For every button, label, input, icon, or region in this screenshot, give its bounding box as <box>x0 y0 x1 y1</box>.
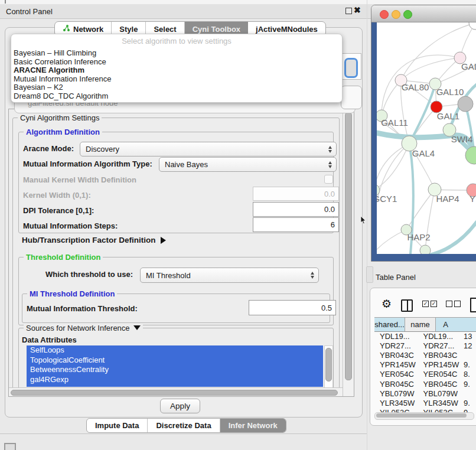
table-hscrollbar-thumb[interactable] <box>376 413 467 418</box>
tab-label: Style <box>119 25 138 34</box>
table-row[interactable]: YBR043CYBR043C <box>374 350 476 360</box>
attribute-item-partial[interactable] <box>27 384 323 387</box>
select-all-columns-icon[interactable]: ✓✓ <box>422 301 439 309</box>
mi-threshold-value: 0.5 <box>321 304 332 312</box>
tab-infer-network[interactable]: Infer Network <box>220 419 286 432</box>
network-edge[interactable] <box>377 144 409 190</box>
network-edge[interactable] <box>377 144 409 190</box>
kernel-width-field[interactable]: 0.0 <box>253 187 339 201</box>
attribute-item[interactable]: TopologicalCoefficient <box>27 356 323 366</box>
partially-hidden-combo[interactable] <box>341 86 362 109</box>
table-row[interactable]: YLR345WYLR345W9. <box>374 398 476 407</box>
cell-name: YDL19... <box>418 332 462 341</box>
tab-impute-data[interactable]: Impute Data <box>87 419 148 432</box>
hub-section-toggle[interactable]: Hub/Transcription Factor Definition <box>22 236 166 244</box>
gear-icon[interactable]: ⚙ <box>382 298 392 309</box>
table-row[interactable]: YIL053CYIL053C9 <box>374 408 476 412</box>
mi-threshold-label: Mutual Information Threshold: <box>27 304 138 313</box>
zoom-traffic-light-icon[interactable] <box>403 10 412 19</box>
settings-hscrollbar[interactable] <box>9 387 343 397</box>
cell-value: 9. <box>461 380 476 389</box>
threshold-definition-legend: Threshold Definition <box>24 253 103 262</box>
network-node[interactable] <box>458 96 473 112</box>
attribute-item[interactable]: BetweennessCentrality <box>27 365 323 375</box>
attribute-item[interactable]: gal4RGexp <box>27 375 323 385</box>
table-row[interactable]: YBR045CYBR045C9. <box>374 379 476 389</box>
which-threshold-combo[interactable]: MI Threshold <box>140 268 319 283</box>
attributes-scrollbar-thumb[interactable] <box>325 348 332 381</box>
attribute-item[interactable]: SelfLoops <box>27 345 323 356</box>
dropdown-item[interactable]: Dream8 DC_TDC Algorithm <box>14 92 340 101</box>
kernel-width-value: 0.0 <box>324 190 335 198</box>
table-row[interactable]: YPR145WYPR145W9. <box>374 360 476 370</box>
algorithm-definition-legend: Algorithm Definition <box>24 128 102 136</box>
mi-threshold-field[interactable]: 0.5 <box>249 300 336 315</box>
cell-shared-name: YDL19... <box>374 332 418 341</box>
network-edge[interactable] <box>423 222 476 254</box>
dropdown-placeholder: Select algorithm to view settings <box>11 37 342 45</box>
attributes-scrollbar[interactable] <box>324 345 333 388</box>
cell-name: YER054C <box>418 370 462 379</box>
table-row[interactable]: YER054CYER054C8. <box>374 370 476 379</box>
dropdown-item[interactable]: Mutual Information Inference <box>14 75 340 84</box>
network-canvas[interactable]: GALGAL80GAL10GAL1GAL11SWI4GAL4GCY1HAP4YH… <box>377 22 476 254</box>
cell-name: YBR045C <box>418 380 462 389</box>
dropdown-item[interactable]: Basic Correlation Inference <box>14 58 340 67</box>
table-row[interactable]: YDR27...YDR27...12 <box>374 341 476 350</box>
network-node[interactable] <box>420 245 431 254</box>
deselect-all-columns-icon[interactable] <box>446 301 462 309</box>
columns-icon[interactable] <box>401 299 413 312</box>
algorithm-dropdown[interactable]: Select algorithm to view settings Bayesi… <box>11 34 343 103</box>
network-edge[interactable] <box>377 230 406 254</box>
node-label-gal4: GAL4 <box>412 148 435 158</box>
table-hscrollbar[interactable] <box>374 412 474 420</box>
node-label-gal80: GAL80 <box>402 82 429 92</box>
aracne-mode-label: Aracne Mode: <box>23 144 74 153</box>
node-label-hap2: HAP2 <box>407 232 430 242</box>
column-header-2[interactable]: name <box>405 318 436 331</box>
mi-type-combo[interactable]: Naive Bayes <box>159 157 337 172</box>
dropdown-item[interactable]: Bayesian – K2 <box>14 83 340 92</box>
apply-button[interactable]: Apply <box>160 399 200 413</box>
mi-steps-field[interactable]: 6 <box>253 217 339 232</box>
table-row[interactable]: YBL079WYBL079W <box>374 389 476 398</box>
export-table-icon[interactable] <box>470 298 476 312</box>
mi-steps-value: 6 <box>331 220 335 229</box>
node-label-y: Y <box>470 194 475 204</box>
settings-vscrollbar[interactable] <box>343 109 354 396</box>
panel-title: Control Panel <box>6 7 53 16</box>
settings-hscrollbar-thumb[interactable] <box>11 390 338 396</box>
sources-legend[interactable]: Sources for Network Inference <box>24 324 143 332</box>
column-header-1[interactable]: shared... <box>374 318 405 331</box>
dpi-tolerance-field[interactable]: 0.0 <box>253 202 339 217</box>
dropdown-item[interactable]: ARACNE Algorithm <box>14 66 340 75</box>
manual-kernel-checkbox[interactable] <box>324 175 333 184</box>
aracne-mode-combo[interactable]: Discovery <box>80 142 337 156</box>
data-attributes-label: Data Attributes <box>22 335 77 344</box>
refresh-button-focused[interactable] <box>344 58 358 78</box>
node-label-gal1: GAL1 <box>437 111 459 121</box>
bottom-left-widget[interactable] <box>4 443 16 450</box>
cell-name: YIL053C <box>418 408 462 412</box>
stepper-icon <box>311 272 314 279</box>
cell-value: 8. <box>461 370 476 379</box>
data-attributes-list[interactable]: SelfLoopsTopologicalCoefficientBetweenne… <box>27 345 323 387</box>
float-window-icon[interactable] <box>345 8 352 14</box>
splitter-handle[interactable] <box>366 266 373 283</box>
tab-discretize-data[interactable]: Discretize Data <box>148 419 220 432</box>
network-window-titlebar[interactable] <box>371 5 476 22</box>
tab-label: Network <box>73 25 103 34</box>
network-edge[interactable] <box>406 190 435 230</box>
cell-name: YPR145W <box>418 360 462 369</box>
dropdown-item[interactable]: Bayesian – Hill Climbing <box>14 49 340 58</box>
close-icon[interactable]: ✖ <box>354 5 361 15</box>
tab-label: Cyni Toolbox <box>193 25 240 34</box>
stepper-icon <box>328 146 332 153</box>
minimize-traffic-light-icon[interactable] <box>392 10 400 19</box>
network-node[interactable] <box>469 22 476 30</box>
settings-vscrollbar-thumb[interactable] <box>345 112 352 380</box>
column-header-3[interactable]: A <box>436 318 476 331</box>
table-row[interactable]: YDL19...YDL19...13 <box>374 331 476 341</box>
network-view-window: GALGAL80GAL10GAL1GAL11SWI4GAL4GCY1HAP4YH… <box>371 5 476 262</box>
close-traffic-light-icon[interactable] <box>380 10 389 19</box>
